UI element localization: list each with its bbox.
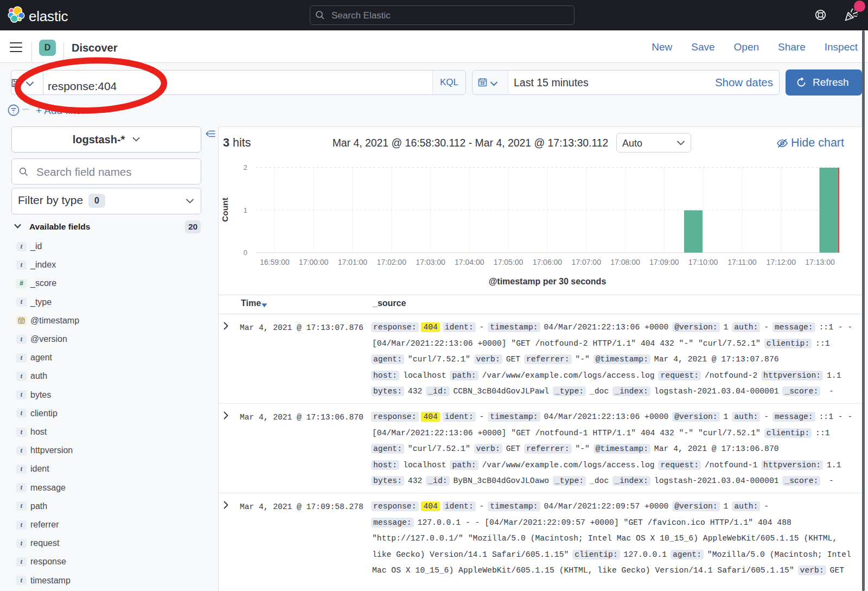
svg-text:17:11:00: 17:11:00: [727, 258, 757, 266]
svg-text:1: 1: [244, 206, 247, 214]
svg-text:Count: Count: [220, 198, 229, 222]
svg-text:17:01:00: 17:01:00: [338, 258, 368, 266]
svg-text:17:03:00: 17:03:00: [416, 258, 445, 266]
svg-text:17:00:00: 17:00:00: [299, 258, 329, 266]
svg-text:0: 0: [244, 249, 247, 257]
svg-text:17:08:00: 17:08:00: [610, 258, 640, 266]
svg-text:17:12:00: 17:12:00: [766, 258, 796, 266]
svg-text:17:04:00: 17:04:00: [455, 258, 484, 266]
svg-text:17:02:00: 17:02:00: [376, 258, 406, 266]
svg-text:17:10:00: 17:10:00: [688, 258, 718, 266]
svg-text:2: 2: [244, 163, 247, 171]
svg-text:17:07:00: 17:07:00: [571, 258, 601, 266]
svg-text:17:05:00: 17:05:00: [494, 258, 524, 266]
svg-text:17:09:00: 17:09:00: [649, 258, 679, 266]
svg-text:16:59:00: 16:59:00: [260, 258, 290, 266]
svg-text:@timestamp per 30 seconds: @timestamp per 30 seconds: [489, 277, 607, 286]
svg-text:17:13:00: 17:13:00: [805, 258, 835, 266]
svg-text:17:06:00: 17:06:00: [533, 258, 563, 266]
